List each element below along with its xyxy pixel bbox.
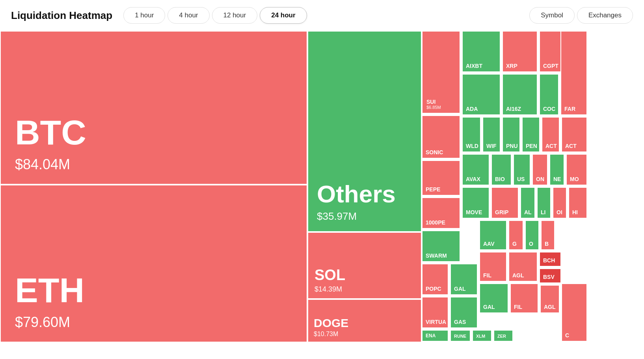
- right-grid: SUI $6.85M AIXBT XRP CGPT SONIC ADA: [422, 31, 644, 342]
- others-value: $35.97M: [317, 210, 412, 223]
- 1000pe-tile[interactable]: 1000PE: [422, 197, 460, 229]
- extra1-tile[interactable]: GAL: [479, 283, 508, 313]
- others-tile[interactable]: Others $35.97M: [307, 31, 422, 232]
- wifi-tile[interactable]: WIF: [482, 117, 501, 152]
- al-tile[interactable]: AL: [520, 187, 535, 219]
- act-tile[interactable]: ACT: [542, 117, 560, 152]
- doge-symbol: DOGE: [314, 316, 415, 330]
- xrp-tile[interactable]: XRP: [502, 31, 538, 72]
- tab-24hour[interactable]: 24 hour: [260, 7, 307, 24]
- btc-tile[interactable]: BTC $84.04M: [0, 31, 307, 185]
- virtua-tile[interactable]: VIRTUA: [422, 297, 449, 328]
- act2-tile[interactable]: ACT: [561, 117, 587, 152]
- far-tile[interactable]: FAR: [560, 31, 587, 115]
- heatmap: BTC $84.04M ETH $79.60M Others $35.97M S…: [0, 31, 644, 342]
- others-symbol: Others: [317, 182, 412, 206]
- o-tile[interactable]: O: [525, 220, 539, 250]
- mo-tile[interactable]: MO: [566, 154, 587, 185]
- avax-tile[interactable]: AVAX: [462, 154, 490, 185]
- li-tile[interactable]: LI: [537, 187, 551, 219]
- us-tile[interactable]: US: [513, 154, 530, 185]
- bsv-tile[interactable]: BSV: [539, 268, 561, 283]
- coc-tile[interactable]: COC: [539, 74, 559, 115]
- eth-value: $79.60M: [15, 314, 292, 331]
- aixbt-tile[interactable]: AIXBT: [462, 31, 501, 72]
- pnu-tile[interactable]: PNU: [502, 117, 520, 152]
- xlm-tile[interactable]: XLM: [472, 330, 492, 342]
- tab-4hour[interactable]: 4 hour: [168, 7, 209, 24]
- bio-tile[interactable]: BIO: [491, 154, 512, 185]
- b-tile[interactable]: B: [541, 220, 555, 250]
- ena-tile[interactable]: ENA: [422, 330, 449, 342]
- sol-value: $14.39M: [315, 285, 415, 294]
- header: Liquidation Heatmap 1 hour 4 hour 12 hou…: [0, 0, 644, 31]
- fil-tile[interactable]: FIL: [479, 252, 507, 282]
- btc-symbol: BTC: [15, 115, 292, 150]
- grip-tile[interactable]: GRIP: [491, 187, 519, 219]
- sol-tile[interactable]: SOL $14.39M: [307, 232, 422, 299]
- ne-tile[interactable]: NE: [549, 154, 564, 185]
- tab-symbol[interactable]: Symbol: [529, 7, 575, 24]
- pen-tile[interactable]: PEN: [522, 117, 540, 152]
- on-tile[interactable]: ON: [532, 154, 548, 185]
- pepe-tile[interactable]: PEPE: [422, 160, 460, 196]
- rune-tile[interactable]: RUNE: [450, 330, 471, 342]
- doge-value: $10.73M: [314, 331, 415, 338]
- oi-tile[interactable]: OI: [553, 187, 567, 219]
- right-section: SUI $6.85M AIXBT XRP CGPT SONIC ADA: [422, 31, 644, 342]
- ada-tile[interactable]: ADA: [462, 74, 501, 115]
- sol-symbol: SOL: [315, 267, 415, 284]
- eth-symbol: ETH: [15, 273, 292, 308]
- sui-tile[interactable]: SUI $6.85M: [422, 31, 460, 114]
- zer-tile[interactable]: ZER: [493, 330, 513, 342]
- ai16z-tile[interactable]: AI16Z: [502, 74, 538, 115]
- btc-value: $84.04M: [15, 156, 292, 173]
- eth-tile[interactable]: ETH $79.60M: [0, 185, 307, 342]
- move-tile[interactable]: MOVE: [462, 187, 490, 219]
- time-tabs: 1 hour 4 hour 12 hour 24 hour: [123, 7, 307, 24]
- gal-tile[interactable]: GAL: [450, 264, 478, 295]
- swarm-tile[interactable]: SWARM: [422, 230, 460, 262]
- agl-tile[interactable]: AGL: [508, 252, 538, 282]
- extra3-tile[interactable]: AGL: [540, 285, 560, 313]
- aav-tile[interactable]: AAV: [479, 220, 507, 250]
- app-title: Liquidation Heatmap: [11, 9, 112, 22]
- doge-tile[interactable]: DOGE $10.73M: [307, 299, 422, 342]
- tab-exchanges[interactable]: Exchanges: [577, 7, 633, 24]
- hi-tile[interactable]: HI: [568, 187, 587, 219]
- wld-tile[interactable]: WLD: [462, 117, 481, 152]
- gas-tile[interactable]: GAS: [450, 297, 478, 328]
- right-tabs: Symbol Exchanges: [529, 7, 633, 24]
- g-tile[interactable]: G: [508, 220, 523, 250]
- extra2-tile[interactable]: FIL: [510, 283, 538, 313]
- popc-tile[interactable]: POPC: [422, 264, 449, 295]
- c-tile[interactable]: C: [561, 283, 587, 342]
- sonic-tile[interactable]: SONIC: [422, 115, 460, 159]
- mid-column: Others $35.97M SOL $14.39M DOGE $10.73M: [307, 31, 422, 342]
- bch-tile[interactable]: BCH: [539, 252, 561, 267]
- tab-1hour[interactable]: 1 hour: [123, 7, 165, 24]
- left-column: BTC $84.04M ETH $79.60M: [0, 31, 307, 342]
- tab-12hour[interactable]: 12 hour: [212, 7, 258, 24]
